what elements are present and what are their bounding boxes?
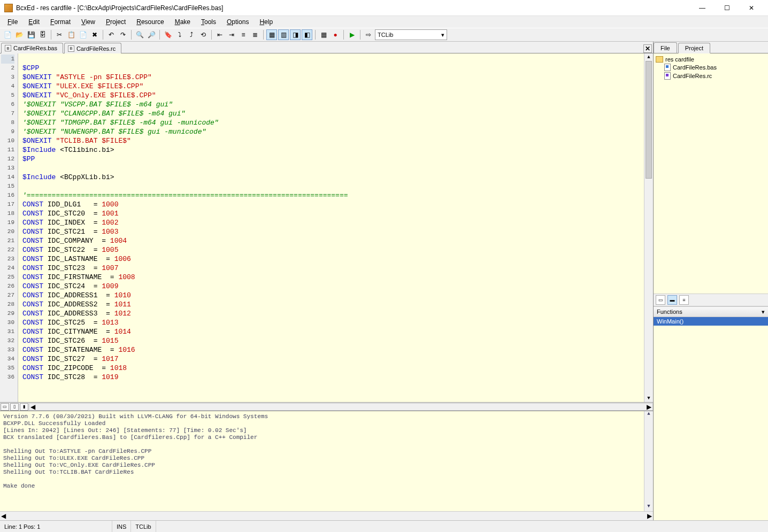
close-button[interactable]: ✕	[739, 0, 764, 16]
tree-file-label: CardFileRes.bas	[673, 64, 717, 71]
uncomment-button[interactable]: ≣	[250, 29, 260, 40]
side-view-3-button[interactable]: ≡	[679, 295, 689, 305]
output-vertical-scrollbar[interactable]: ▲ ▼	[644, 411, 653, 511]
side-view-2-button[interactable]: ▬	[667, 295, 677, 305]
find-button[interactable]: 🔍	[134, 29, 145, 40]
tree-file-label: CardFileRes.rc	[673, 73, 712, 79]
tree-file[interactable]: CardFileRes.bas	[655, 63, 767, 72]
code-area[interactable]: $CPP$ONEXIT "ASTYLE -pn $FILE$.CPP"$ONEX…	[18, 53, 644, 402]
run-button[interactable]: ▶	[347, 29, 357, 40]
delete-button[interactable]: ✖	[89, 29, 100, 40]
menu-view[interactable]: View	[77, 17, 99, 27]
menu-project[interactable]: Project	[102, 17, 130, 27]
open-file-button[interactable]: 📂	[14, 29, 25, 40]
outdent-button[interactable]: ⇤	[214, 29, 225, 40]
side-tab-project[interactable]: Project	[678, 43, 710, 53]
window-controls: — ☐ ✕	[690, 0, 764, 16]
comment-button[interactable]: ≡	[238, 29, 249, 40]
functions-label: Functions	[657, 309, 682, 315]
cut-button[interactable]: ✂	[54, 29, 65, 40]
undo-button[interactable]: ↶	[106, 29, 117, 40]
bookmark-prev-button[interactable]: ⤴	[186, 29, 197, 40]
save-button[interactable]: 💾	[26, 29, 36, 40]
scroll-down-icon[interactable]: ▼	[644, 395, 653, 402]
function-item[interactable]: WinMain()	[654, 317, 768, 326]
toolbar-separator	[103, 30, 103, 40]
file-icon	[664, 72, 671, 80]
output-panel: Version 7.7.6 (08/30/2021) Built with LL…	[0, 411, 653, 511]
tab-label: CardFileRes.bas	[13, 45, 57, 51]
menu-edit[interactable]: Edit	[24, 17, 44, 27]
editor-horizontal-scrollbar[interactable]: ◀ ▶	[29, 403, 653, 411]
side-tab-file[interactable]: File	[654, 42, 677, 53]
editor-vertical-scrollbar[interactable]: ▲ ▼	[644, 53, 653, 402]
scroll-left-icon[interactable]: ◀	[30, 403, 35, 411]
menu-format[interactable]: Format	[46, 17, 75, 27]
toolbar-separator	[263, 30, 264, 40]
tab-label: CardFileRes.rc	[76, 45, 116, 52]
functions-header[interactable]: Functions ▾	[654, 306, 768, 317]
scroll-thumb[interactable]	[646, 61, 652, 179]
view-mode-3-button[interactable]: ▮	[20, 403, 28, 411]
toggle-panel-2-button[interactable]: ▥	[278, 29, 289, 40]
scroll-right-icon[interactable]: ▶	[647, 512, 652, 520]
maximize-button[interactable]: ☐	[715, 0, 739, 16]
view-mode-1-button[interactable]: ▭	[1, 403, 9, 411]
functions-list[interactable]: WinMain()	[654, 317, 768, 520]
toolbar-separator	[211, 30, 212, 40]
bookmark-next-button[interactable]: ⤵	[174, 29, 185, 40]
code-editor[interactable]: 1234567891011121314151617181920212223242…	[0, 53, 653, 402]
redo-button[interactable]: ↷	[118, 29, 128, 40]
replace-button[interactable]: 🔎	[146, 29, 157, 40]
file-tab[interactable]: BCardFileRes.rc	[64, 43, 121, 53]
close-tab-button[interactable]: ✕	[643, 44, 652, 53]
toolbar-separator	[51, 30, 51, 40]
editor-bottom-bar: ▭ ▯ ▮ ◀ ▶	[0, 402, 653, 411]
grid-button[interactable]: ▦	[318, 29, 329, 40]
menu-tools[interactable]: Tools	[197, 17, 220, 27]
menu-file[interactable]: File	[3, 17, 22, 27]
break-button[interactable]: ●	[330, 29, 341, 40]
toggle-panel-4-button[interactable]: ◧	[302, 29, 312, 40]
scroll-up-icon[interactable]: ▲	[644, 53, 653, 61]
toolbar: 📄 📂 💾 🗄 ✂ 📋 📄 ✖ ↶ ↷ 🔍 🔎 🔖 ⤵ ⤴ ⟲ ⇤ ⇥ ≡ ≣ …	[0, 28, 768, 42]
new-file-button[interactable]: 📄	[2, 29, 13, 40]
toggle-panel-3-button[interactable]: ◨	[290, 29, 301, 40]
status-position: Line: 1 Pos: 1	[0, 521, 112, 532]
save-all-button[interactable]: 🗄	[37, 29, 48, 40]
toggle-panel-1-button[interactable]: ▦	[266, 29, 277, 40]
tree-root[interactable]: res cardfile	[655, 56, 767, 63]
status-insert-mode: INS	[112, 521, 131, 532]
menu-resource[interactable]: Resource	[132, 17, 168, 27]
indent-button[interactable]: ⇥	[226, 29, 237, 40]
scroll-right-icon[interactable]: ▶	[647, 403, 651, 411]
paste-button[interactable]: 📄	[78, 29, 88, 40]
side-view-1-button[interactable]: ▭	[656, 295, 665, 305]
window-title: BcxEd - res cardfile - [C:\BcxAdp\Projec…	[16, 4, 690, 12]
menu-help[interactable]: Help	[255, 17, 277, 27]
project-tree[interactable]: res cardfile CardFileRes.basCardFileRes.…	[654, 53, 768, 294]
scroll-down-icon[interactable]: ▼	[644, 504, 653, 511]
scroll-up-icon[interactable]: ▲	[644, 411, 653, 419]
copy-button[interactable]: 📋	[66, 29, 76, 40]
toolbar-separator	[131, 30, 132, 40]
menu-bar: FileEditFormatViewProjectResourceMakeToo…	[0, 16, 768, 28]
scroll-left-icon[interactable]: ◀	[1, 512, 6, 520]
tree-file[interactable]: CardFileRes.rc	[655, 72, 767, 80]
main-area: BCardFileRes.basBCardFileRes.rc ✕ 123456…	[0, 42, 768, 520]
file-tab[interactable]: BCardFileRes.bas	[1, 43, 63, 53]
output-horizontal-scrollbar[interactable]: ◀ ▶	[0, 511, 653, 520]
bookmark-button[interactable]: 🔖	[163, 29, 173, 40]
menu-make[interactable]: Make	[171, 17, 195, 27]
minimize-button[interactable]: —	[690, 0, 715, 16]
folder-icon	[656, 56, 663, 63]
menu-options[interactable]: Options	[222, 17, 253, 27]
view-mode-2-button[interactable]: ▯	[10, 403, 19, 411]
step-button[interactable]: ⇨	[363, 29, 374, 40]
toolbar-separator	[315, 30, 316, 40]
bookmark-clear-button[interactable]: ⟲	[198, 29, 209, 40]
compiler-dropdown[interactable]: TCLib ▾	[375, 29, 447, 40]
output-text[interactable]: Version 7.7.6 (08/30/2021) Built with LL…	[0, 411, 644, 511]
app-icon	[4, 4, 13, 12]
file-icon: B	[68, 45, 74, 52]
